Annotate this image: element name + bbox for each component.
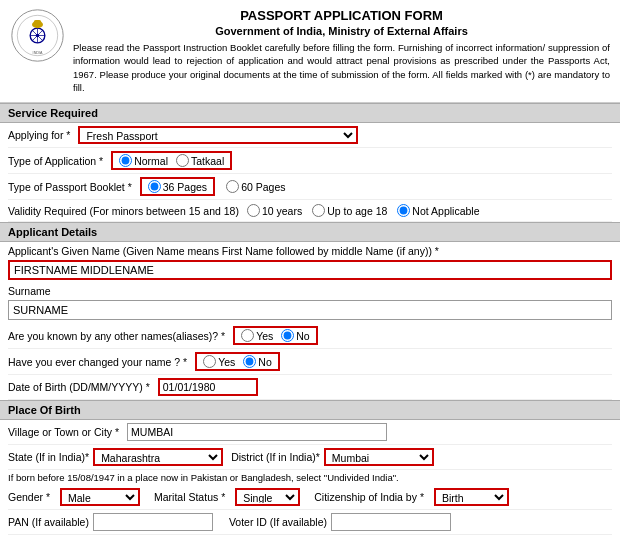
upto18-radio-label[interactable]: Up to age 18 bbox=[312, 204, 387, 217]
surname-label-row: Surname bbox=[8, 282, 612, 298]
changed-name-yes-label[interactable]: Yes bbox=[203, 355, 235, 368]
given-name-label-row: Applicant's Given Name (Given Name means… bbox=[8, 242, 612, 258]
years10-radio-label[interactable]: 10 years bbox=[247, 204, 302, 217]
service-required-header: Service Required bbox=[0, 103, 620, 123]
pages36-radio-label[interactable]: 36 Pages bbox=[148, 180, 207, 193]
state-district-row: State (If in India)* Maharashtra Distric… bbox=[8, 445, 612, 470]
aliases-label: Are you known by any other names(aliases… bbox=[8, 330, 225, 342]
marital-label: Marital Status * bbox=[154, 491, 225, 503]
changed-name-no-radio[interactable] bbox=[243, 355, 256, 368]
normal-radio-label[interactable]: Normal bbox=[119, 154, 168, 167]
village-city-row: Village or Town or City * bbox=[8, 420, 612, 445]
dob-label: Date of Birth (DD/MM/YYYY) * bbox=[8, 381, 150, 393]
given-name-input[interactable] bbox=[8, 260, 612, 280]
district-label: District (If in India)* bbox=[231, 451, 320, 463]
type-of-application-label: Type of Application * bbox=[8, 155, 103, 167]
citizenship-select[interactable]: Birth Descent Registration bbox=[434, 488, 509, 506]
aliases-row: Are you known by any other names(aliases… bbox=[8, 323, 612, 349]
upto18-radio[interactable] bbox=[312, 204, 325, 217]
validity-label: Validity Required (For minors between 15… bbox=[8, 205, 239, 217]
citizenship-label: Citizenship of India by * bbox=[314, 491, 424, 503]
gender-label: Gender * bbox=[8, 491, 50, 503]
surname-input-row bbox=[8, 298, 612, 323]
form-subtitle: Government of India, Ministry of Externa… bbox=[73, 25, 610, 37]
applicant-form-body: Applicant's Given Name (Given Name means… bbox=[0, 242, 620, 400]
svg-text:INDIA: INDIA bbox=[33, 51, 43, 55]
voter-label: Voter ID (If available) bbox=[229, 516, 327, 528]
type-of-application-row: Type of Application * Normal Tatkaal bbox=[8, 148, 612, 174]
changed-name-yes-radio[interactable] bbox=[203, 355, 216, 368]
place-of-birth-header: Place Of Birth bbox=[0, 400, 620, 420]
svg-rect-9 bbox=[34, 20, 41, 25]
aliases-yes-label[interactable]: Yes bbox=[241, 329, 273, 342]
passport-booklet-label: Type of Passport Booklet * bbox=[8, 181, 132, 193]
pob-form-body: Village or Town or City * State (If in I… bbox=[0, 420, 620, 536]
dob-input[interactable] bbox=[158, 378, 258, 396]
emblem-logo: INDIA bbox=[10, 8, 65, 63]
changed-name-no-label[interactable]: No bbox=[243, 355, 271, 368]
aliases-radio-group: Yes No bbox=[233, 326, 318, 345]
state-select[interactable]: Maharashtra bbox=[93, 448, 223, 466]
form-header: INDIA PASSPORT APPLICATION FORM Governme… bbox=[0, 0, 620, 103]
village-city-label: Village or Town or City * bbox=[8, 426, 119, 438]
gender-marital-row: Gender * Male Female Third Gender Marita… bbox=[8, 485, 612, 510]
marital-select[interactable]: Single Married Divorced bbox=[235, 488, 300, 506]
normal-radio[interactable] bbox=[119, 154, 132, 167]
gender-select[interactable]: Male Female Third Gender bbox=[60, 488, 140, 506]
changed-name-row: Have you ever changed your name ? * Yes … bbox=[8, 349, 612, 375]
years10-radio[interactable] bbox=[247, 204, 260, 217]
type-of-application-group: Normal Tatkaal bbox=[111, 151, 232, 170]
validity-row: Validity Required (For minors between 15… bbox=[8, 200, 612, 222]
tatkal-radio-label[interactable]: Tatkaal bbox=[176, 154, 224, 167]
applying-for-row: Applying for * Fresh Passport bbox=[8, 123, 612, 148]
passport-booklet-group: 36 Pages bbox=[140, 177, 215, 196]
aliases-yes-radio[interactable] bbox=[241, 329, 254, 342]
tatkal-radio[interactable] bbox=[176, 154, 189, 167]
passport-form: INDIA PASSPORT APPLICATION FORM Governme… bbox=[0, 0, 620, 536]
aliases-no-label[interactable]: No bbox=[281, 329, 309, 342]
applicant-details-header: Applicant Details bbox=[0, 222, 620, 242]
given-name-input-row bbox=[8, 258, 612, 282]
applying-for-select[interactable]: Fresh Passport bbox=[78, 126, 358, 144]
pan-voter-row: PAN (If available) Voter ID (If availabl… bbox=[8, 510, 612, 535]
village-city-input[interactable] bbox=[127, 423, 387, 441]
pan-input[interactable] bbox=[93, 513, 213, 531]
pages60-radio[interactable] bbox=[226, 180, 239, 193]
aliases-no-radio[interactable] bbox=[281, 329, 294, 342]
header-text-block: PASSPORT APPLICATION FORM Government of … bbox=[73, 8, 610, 94]
changed-name-radio-group: Yes No bbox=[195, 352, 280, 371]
passport-booklet-row: Type of Passport Booklet * 36 Pages 60 P… bbox=[8, 174, 612, 200]
voter-input[interactable] bbox=[331, 513, 451, 531]
form-title: PASSPORT APPLICATION FORM bbox=[73, 8, 610, 23]
form-description: Please read the Passport Instruction Boo… bbox=[73, 41, 610, 94]
pages60-radio-label[interactable]: 60 Pages bbox=[226, 180, 285, 193]
given-name-label: Applicant's Given Name (Given Name means… bbox=[8, 245, 439, 257]
born-note: If born before 15/08/1947 in a place now… bbox=[8, 470, 612, 485]
surname-label: Surname bbox=[8, 285, 51, 297]
form-body: Applying for * Fresh Passport Type of Ap… bbox=[0, 123, 620, 222]
not-applicable-radio-label[interactable]: Not Applicable bbox=[397, 204, 479, 217]
district-select[interactable]: Mumbai bbox=[324, 448, 434, 466]
state-label: State (If in India)* bbox=[8, 451, 89, 463]
pan-label: PAN (If available) bbox=[8, 516, 89, 528]
pages36-radio[interactable] bbox=[148, 180, 161, 193]
dob-row: Date of Birth (DD/MM/YYYY) * bbox=[8, 375, 612, 400]
changed-name-label: Have you ever changed your name ? * bbox=[8, 356, 187, 368]
applying-for-label: Applying for * bbox=[8, 129, 70, 141]
surname-input[interactable] bbox=[8, 300, 612, 320]
not-applicable-radio[interactable] bbox=[397, 204, 410, 217]
